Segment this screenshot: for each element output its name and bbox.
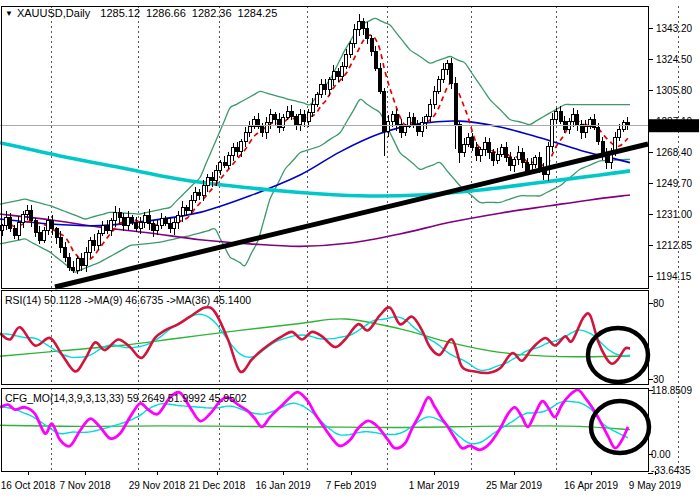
rsi-indicator-label: RSI(14) 50.1128 ->MA(9) 46.6735 ->MA(36)… [5,294,251,306]
date-axis-label: 7 Nov 2018 [59,480,111,491]
price-axis-label: 1268.40 [656,147,693,158]
price-axis-label: 1231.00 [656,209,693,220]
date-axis-label: 1 Mar 2019 [409,480,460,491]
date-axis-label: 7 Feb 2019 [326,480,377,491]
date-axis-label: 16 Jan 2019 [255,480,310,491]
price-axis-label: 1343.20 [656,23,693,34]
current-price-tag-text: 1284.25 [653,120,690,131]
date-axis-label: 25 Mar 2019 [486,480,543,491]
cfg-axis-label: 118.8509 [651,385,692,396]
chart-canvas[interactable]: 1343.201324.501305.801287.101268.401249.… [0,0,700,500]
date-axis-label: 16 Oct 2018 [1,480,56,491]
price-axis-label: 1249.70 [656,178,693,189]
symbol-timeframe-label: XAUUSD,Daily [17,7,90,19]
chart-window: ▼ XAUUSD,Daily 1285.12 1286.66 1282.36 1… [0,0,700,500]
cfg-mo-indicator-label: CFG_MO(14,3,9,3,13,33) 59.2649 51.9992 4… [5,392,247,404]
ohlc-low: 1282.36 [192,7,232,19]
ohlc-open: 1285.12 [100,7,140,19]
cfg-axis-label: 0.00 [651,449,671,460]
rsi-axis-label: 30 [653,374,665,385]
chart-background [0,0,700,500]
ohlc-close: 1284.25 [238,7,278,19]
cfg-axis-label: -33.6435 [651,465,691,476]
rsi-axis-label: 80 [653,298,665,309]
date-axis-label: 16 Apr 2019 [564,480,618,491]
date-axis-label: 9 May 2019 [629,480,682,491]
collapse-arrow-icon[interactable]: ▼ [5,9,13,18]
price-axis-label: 1305.80 [656,85,693,96]
date-axis-label: 29 Nov 2018 [129,480,186,491]
price-axis-label: 1324.50 [656,54,693,65]
date-axis-label: 21 Dec 2018 [189,480,246,491]
chart-title: ▼ XAUUSD,Daily 1285.12 1286.66 1282.36 1… [5,7,283,19]
price-axis-label: 1212.85 [656,240,693,251]
ohlc-high: 1286.66 [146,7,186,19]
price-axis-label: 1194.15 [656,271,692,282]
